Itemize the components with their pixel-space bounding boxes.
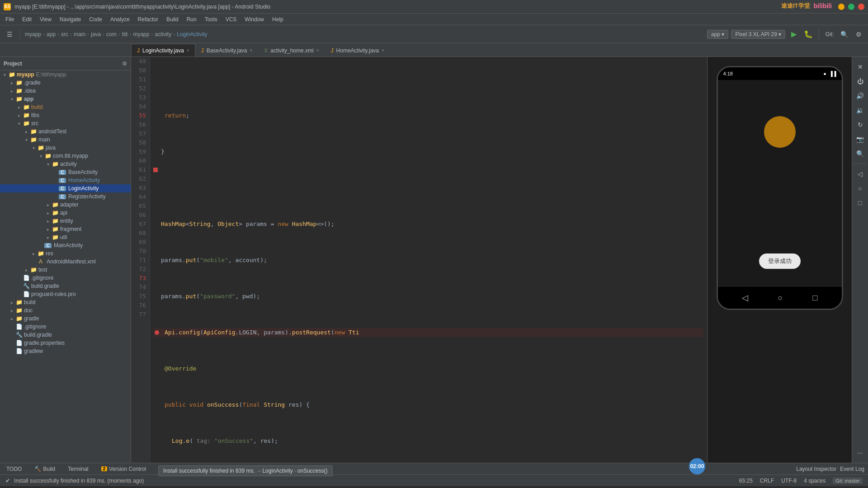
- emulator-power-btn[interactable]: ⏻: [854, 75, 867, 88]
- breadcrumb-app[interactable]: app: [47, 31, 56, 38]
- breadcrumb-loginactivity[interactable]: LoginActivity: [177, 31, 207, 38]
- tree-item-myapp[interactable]: ▾ 📁 myapp E:\ttit\myapp: [0, 70, 131, 79]
- tab-homeactivity[interactable]: J HomeActivity.java ×: [325, 44, 390, 56]
- tree-item-idea[interactable]: ▸ 📁 .idea: [0, 87, 131, 95]
- emulator-zoom-btn[interactable]: 🔍: [854, 147, 867, 160]
- emulator-home-btn[interactable]: ○: [854, 182, 867, 195]
- event-log-link[interactable]: Event Log: [840, 466, 864, 472]
- status-crlf[interactable]: CRLF: [760, 478, 774, 484]
- tree-item-gitignore-app[interactable]: ▸ 📄 .gitignore: [0, 274, 131, 282]
- tree-item-manifest[interactable]: ▸ A AndroidManifest.xml: [0, 258, 131, 266]
- run-config-selector[interactable]: app ▾: [707, 30, 728, 39]
- tab-terminal[interactable]: Terminal: [65, 465, 91, 473]
- layout-inspector-link[interactable]: Layout Inspector: [796, 466, 836, 472]
- tab-build[interactable]: 🔨 Build: [32, 465, 58, 473]
- emulator-close-btn[interactable]: ✕: [854, 61, 867, 73]
- tree-item-app[interactable]: ▾ 📁 app: [0, 95, 131, 103]
- menu-vcs[interactable]: VCS: [222, 15, 241, 23]
- tree-item-test[interactable]: ▸ 📁 test: [0, 266, 131, 274]
- tree-item-entity[interactable]: ▸ 📁 entity: [0, 217, 131, 225]
- tree-item-registeractivity[interactable]: ▸ C RegisterActivity: [0, 192, 131, 201]
- tree-item-main[interactable]: ▾ 📁 main: [0, 136, 131, 144]
- phone-back-btn[interactable]: ◁: [742, 293, 748, 303]
- tab-close-loginactivity[interactable]: ×: [187, 48, 189, 53]
- emulator-rotate-btn[interactable]: ↻: [854, 118, 867, 131]
- menu-file[interactable]: File: [2, 15, 18, 23]
- emulator-more-btn[interactable]: ···: [854, 446, 867, 459]
- tree-item-buildgradle-root[interactable]: ▸ 🔧 build.gradle: [0, 331, 131, 339]
- tree-item-libs[interactable]: ▸ 📁 libs: [0, 111, 131, 119]
- emulator-screenshot-btn[interactable]: 📷: [854, 133, 867, 145]
- phone-nav-bar[interactable]: ◁ ○ □: [718, 287, 842, 309]
- run-button[interactable]: ▶: [788, 28, 800, 40]
- menu-analyze[interactable]: Analyze: [107, 15, 133, 23]
- breadcrumb-ttit[interactable]: ttit: [122, 31, 128, 38]
- tree-item-gitignore-root[interactable]: ▸ 📄 .gitignore: [0, 323, 131, 331]
- git-button[interactable]: Git:: [824, 28, 835, 40]
- close-button[interactable]: [858, 4, 864, 10]
- breadcrumb-main[interactable]: main: [74, 31, 85, 38]
- device-selector[interactable]: Pixel 3 XL API 29 ▾: [731, 30, 785, 39]
- phone-home-btn[interactable]: ○: [778, 293, 783, 303]
- tab-baseactivity[interactable]: J BaseActivity.java ×: [195, 44, 259, 56]
- tree-item-com-ttit[interactable]: ▾ 📁 com.ttit.myapp: [0, 152, 131, 160]
- tab-version-control[interactable]: 2 Version Control: [99, 465, 149, 473]
- menu-edit[interactable]: Edit: [19, 15, 35, 23]
- status-charset[interactable]: UTF-8: [781, 478, 797, 484]
- tree-item-src[interactable]: ▾ 📁 src: [0, 119, 131, 127]
- tree-item-gradle[interactable]: ▸ 📁 .gradle: [0, 79, 131, 87]
- emulator-back-btn[interactable]: ◁: [854, 168, 867, 180]
- menu-view[interactable]: View: [36, 15, 55, 23]
- tab-close-activityhome[interactable]: ×: [316, 48, 319, 53]
- tree-item-buildgradle-app[interactable]: ▸ 🔧 build.gradle: [0, 282, 131, 290]
- breadcrumb-java[interactable]: java: [91, 31, 101, 38]
- menu-build[interactable]: Build: [163, 15, 182, 23]
- maximize-button[interactable]: [848, 4, 854, 10]
- tree-item-gradle-properties[interactable]: ▸ 📄 gradle.properties: [0, 339, 131, 347]
- search-everywhere-btn[interactable]: 🔍: [838, 28, 850, 40]
- breadcrumb-myapp2[interactable]: myapp: [133, 31, 149, 38]
- menu-navigate[interactable]: Navigate: [56, 15, 85, 23]
- menu-tools[interactable]: Tools: [201, 15, 221, 23]
- tree-item-proguard[interactable]: ▸ 📄 proguard-rules.pro: [0, 290, 131, 298]
- menu-run[interactable]: Run: [183, 15, 200, 23]
- tree-item-gradlew[interactable]: ▸ 📄 gradlew: [0, 347, 131, 355]
- code-editor[interactable]: 49 50 51 52 53 54 55 56 57 58 59 60 61 6…: [131, 57, 707, 463]
- tab-loginactivity[interactable]: J LoginActivity.java ×: [131, 44, 195, 56]
- tree-item-build-root[interactable]: ▸ 📁 build: [0, 298, 131, 306]
- breadcrumb-myapp[interactable]: myapp: [25, 31, 41, 38]
- breadcrumb-com[interactable]: com: [106, 31, 117, 38]
- timer-badge[interactable]: 02:00: [689, 458, 705, 474]
- tree-item-doc[interactable]: ▸ 📁 doc: [0, 306, 131, 314]
- tree-item-adapter[interactable]: ▸ 📁 adapter: [0, 201, 131, 209]
- sidebar-gear-icon[interactable]: ⚙: [122, 61, 127, 67]
- phone-recent-btn[interactable]: □: [813, 293, 818, 303]
- tree-item-fragment[interactable]: ▸ 📁 fragment: [0, 225, 131, 233]
- breadcrumb-activity[interactable]: activity: [155, 31, 171, 38]
- breadcrumb-src[interactable]: src: [61, 31, 68, 38]
- emulator-vol-up-btn[interactable]: 🔊: [854, 89, 867, 102]
- tree-item-mainactivity[interactable]: ▸ C MainActivity: [0, 241, 131, 249]
- tree-item-loginactivity-file[interactable]: ▸ C LoginActivity: [0, 184, 131, 192]
- minimize-button[interactable]: [838, 4, 844, 10]
- code-area[interactable]: 49 50 51 52 53 54 55 56 57 58 59 60 61 6…: [131, 57, 707, 463]
- tree-item-baseactivity[interactable]: ▸ C BaseActivity: [0, 168, 131, 176]
- tree-item-gradle-root[interactable]: ▸ 📁 gradle: [0, 314, 131, 323]
- project-view-btn[interactable]: ☰: [4, 28, 15, 40]
- tab-todo[interactable]: TODO: [4, 465, 24, 473]
- tree-item-homeactivity-file[interactable]: ▸ C HomeActivity: [0, 176, 131, 184]
- menu-window[interactable]: Window: [241, 15, 268, 23]
- status-indent[interactable]: 4 spaces: [804, 478, 826, 484]
- tab-activity-home[interactable]: X activity_home.xml ×: [258, 44, 325, 56]
- tree-item-res[interactable]: ▸ 📁 res: [0, 249, 131, 258]
- tree-item-androidtest[interactable]: ▸ 📁 androidTest: [0, 127, 131, 136]
- menu-code[interactable]: Code: [85, 15, 106, 23]
- tree-item-build-app[interactable]: ▸ 📁 build: [0, 103, 131, 111]
- menu-refactor[interactable]: Refactor: [134, 15, 162, 23]
- emulator-square-btn[interactable]: □: [854, 197, 867, 209]
- code-content[interactable]: return; } HashMap<String, Object> params…: [150, 57, 707, 463]
- emulator-vol-down-btn[interactable]: 🔉: [854, 104, 867, 117]
- tab-close-baseactivity[interactable]: ×: [250, 48, 252, 53]
- debug-button[interactable]: 🐛: [802, 28, 814, 40]
- status-git[interactable]: Git: master: [833, 478, 863, 484]
